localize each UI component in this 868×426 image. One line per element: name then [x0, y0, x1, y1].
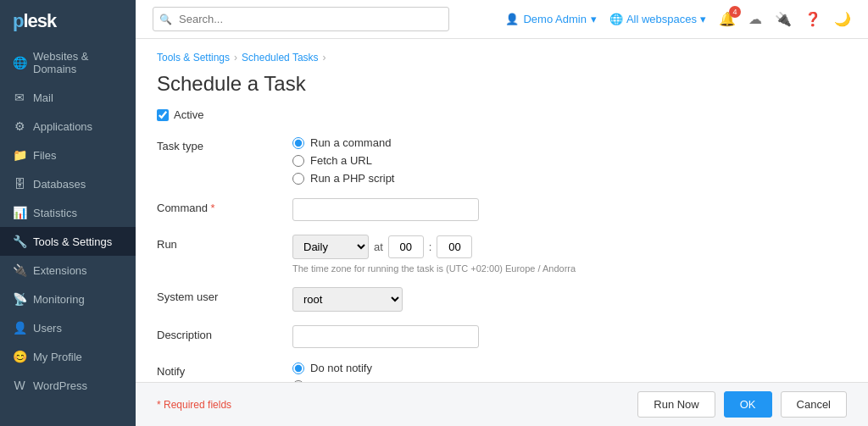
sidebar-item-websites-domains[interactable]: 🌐Websites & Domains — [0, 42, 136, 83]
command-input[interactable] — [292, 198, 479, 221]
user-icon: 👤 — [505, 13, 519, 25]
command-label: Command * — [157, 198, 292, 214]
notify-options: Do not notify Errors only Notifications … — [292, 362, 847, 382]
sidebar-item-monitoring[interactable]: 📡Monitoring — [0, 285, 136, 313]
user-chevron-icon: ▾ — [591, 13, 597, 25]
form-footer: * Required fields Run Now OK Cancel — [136, 382, 868, 426]
tools-settings-label: Tools & Settings — [33, 235, 112, 248]
help-icon[interactable]: ❓ — [804, 11, 821, 27]
user-label: Demo Admin — [523, 13, 586, 25]
databases-label: Databases — [33, 178, 86, 191]
radio-fetch-url[interactable]: Fetch a URL — [292, 154, 847, 167]
topbar: 🔍 👤 Demo Admin ▾ 🌐 All webspaces ▾ 🔔 4 ☁… — [136, 0, 868, 39]
statistics-label: Statistics — [33, 207, 77, 219]
search-input[interactable] — [153, 7, 449, 31]
run-hour-input[interactable] — [388, 235, 424, 258]
topbar-user[interactable]: 👤 Demo Admin ▾ — [505, 13, 596, 25]
run-now-button[interactable]: Run Now — [637, 391, 715, 418]
active-checkbox[interactable] — [157, 109, 169, 121]
cancel-button[interactable]: Cancel — [781, 391, 847, 418]
databases-icon: 🗄 — [13, 177, 26, 191]
webspaces-chevron-icon: ▾ — [700, 13, 706, 25]
sidebar-items: 🌐Websites & Domains✉Mail⚙Applications📁Fi… — [0, 42, 136, 400]
tools-settings-icon: 🔧 — [13, 235, 26, 248]
ok-button[interactable]: OK — [724, 391, 772, 418]
notification-bell-icon[interactable]: 🔔 4 — [719, 11, 736, 27]
sidebar-item-extensions[interactable]: 🔌Extensions — [0, 256, 136, 285]
sidebar-item-my-profile[interactable]: 😊My Profile — [0, 342, 136, 371]
description-input[interactable] — [292, 325, 479, 348]
radio-run-php-input[interactable] — [292, 173, 304, 185]
radio-run-php[interactable]: Run a PHP script — [292, 172, 847, 185]
timezone-note: The time zone for running the task is (U… — [292, 263, 847, 274]
breadcrumb-sep2: › — [323, 52, 326, 64]
monitoring-label: Monitoring — [33, 293, 85, 306]
sidebar-item-mail[interactable]: ✉Mail — [0, 83, 136, 112]
users-icon: 👤 — [13, 321, 26, 335]
websites-domains-icon: 🌐 — [13, 56, 26, 69]
page-title: Schedule a Task — [157, 72, 847, 96]
mail-icon: ✉ — [13, 91, 26, 104]
system-user-row: System user root admin — [157, 287, 847, 312]
sidebar-item-statistics[interactable]: 📊Statistics — [0, 198, 136, 227]
radio-run-command[interactable]: Run a command — [292, 136, 847, 149]
mail-label: Mail — [33, 91, 53, 104]
run-frequency-select[interactable]: Hourly Daily Weekly Monthly Cron style — [292, 235, 369, 259]
files-label: Files — [33, 149, 56, 162]
sidebar-item-users[interactable]: 👤Users — [0, 313, 136, 342]
statistics-icon: 📊 — [13, 206, 26, 219]
notify-do-not-text: Do not notify — [310, 362, 372, 374]
description-row: Description — [157, 325, 847, 348]
globe-icon: 🌐 — [609, 13, 623, 25]
extensions-icon[interactable]: 🔌 — [775, 11, 792, 27]
search-box: 🔍 — [153, 7, 449, 31]
cloud-icon[interactable]: ☁ — [748, 11, 762, 27]
at-label: at — [374, 241, 383, 253]
run-control: Hourly Daily Weekly Monthly Cron style a… — [292, 235, 847, 274]
active-label[interactable]: Active — [174, 108, 203, 121]
notify-row: Notify Do not notify Errors only Notific… — [157, 362, 847, 382]
webspaces-label: All webspaces — [626, 13, 697, 25]
radio-fetch-url-input[interactable] — [292, 155, 304, 167]
breadcrumb-sep1: › — [234, 52, 237, 64]
plesk-logo: plesk — [13, 10, 56, 32]
task-type-label: Task type — [157, 136, 292, 152]
extensions-label: Extensions — [33, 264, 87, 277]
radio-run-command-label: Run a command — [310, 136, 391, 149]
websites-domains-label: Websites & Domains — [33, 50, 123, 75]
breadcrumb-tools[interactable]: Tools & Settings — [157, 52, 230, 64]
theme-icon[interactable]: 🌙 — [834, 11, 851, 27]
system-user-select[interactable]: root admin — [292, 287, 403, 312]
sidebar-item-wordpress[interactable]: WWordPress — [0, 371, 136, 400]
radio-run-command-input[interactable] — [292, 137, 304, 149]
applications-icon: ⚙ — [13, 119, 26, 133]
notify-do-not: Do not notify — [292, 362, 847, 374]
description-control — [292, 325, 847, 348]
required-note: * Required fields — [157, 399, 231, 411]
active-checkbox-row: Active — [157, 108, 847, 121]
sidebar-item-databases[interactable]: 🗄Databases — [0, 169, 136, 198]
wordpress-icon: W — [13, 379, 26, 392]
extensions-icon: 🔌 — [13, 263, 26, 277]
breadcrumb-scheduled[interactable]: Scheduled Tasks — [242, 52, 319, 64]
notify-do-not-input[interactable] — [292, 362, 304, 374]
run-minute-input[interactable] — [437, 235, 472, 258]
notify-do-not-label[interactable]: Do not notify — [292, 362, 847, 374]
required-asterisk: * — [157, 399, 161, 411]
sidebar-item-tools-settings[interactable]: 🔧Tools & Settings — [0, 227, 136, 256]
description-label: Description — [157, 325, 292, 341]
sidebar: plesk 🌐Websites & Domains✉Mail⚙Applicati… — [0, 0, 136, 426]
topbar-webspaces[interactable]: 🌐 All webspaces ▾ — [609, 13, 706, 25]
search-icon: 🔍 — [159, 14, 172, 25]
task-type-options: Run a command Fetch a URL Run a PHP scri… — [292, 136, 847, 185]
breadcrumb: Tools & Settings › Scheduled Tasks › — [157, 52, 847, 64]
users-label: Users — [33, 322, 62, 335]
monitoring-icon: 📡 — [13, 292, 26, 306]
notify-label: Notify — [157, 362, 292, 378]
sidebar-item-files[interactable]: 📁Files — [0, 141, 136, 169]
system-user-label: System user — [157, 287, 292, 303]
command-required: * — [208, 202, 215, 214]
radio-run-php-label: Run a PHP script — [310, 172, 394, 185]
sidebar-item-applications[interactable]: ⚙Applications — [0, 112, 136, 141]
colon-separator: : — [429, 241, 432, 253]
